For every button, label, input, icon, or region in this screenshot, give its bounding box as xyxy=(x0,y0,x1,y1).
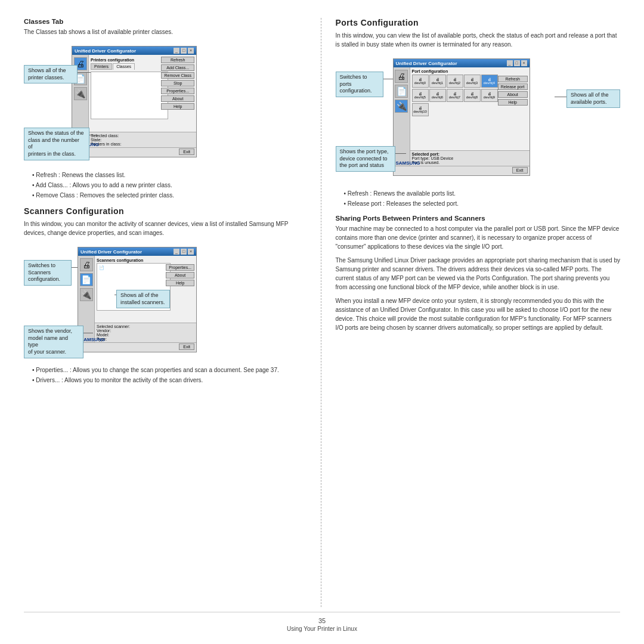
refresh-btn[interactable]: Refresh xyxy=(161,57,194,63)
ports-callout-right: Shows all of theavailable ports. xyxy=(566,89,620,108)
close-btn[interactable]: × xyxy=(188,48,194,54)
scanners-callout-bottom: Shows the vendor,model name and typeof y… xyxy=(24,326,83,358)
ports-window: Unified Driver Configurator _ □ × 🖨 xyxy=(393,54,530,182)
port-dev10[interactable]: 🖨dev/ttj10 xyxy=(412,103,429,116)
port-dev6[interactable]: 🖨dev/ttj6 xyxy=(429,89,446,102)
minimize-btn-p[interactable]: _ xyxy=(507,60,513,66)
ports-grid: 🖨dev/ttj0 🖨dev/ttj1 🖨dev/ttj2 🖨dev/ttj3 … xyxy=(412,75,503,116)
classes-tab[interactable]: Classes xyxy=(113,63,135,70)
sharing-ports-section: Sharing Ports Between Printers and Scann… xyxy=(336,215,621,332)
ports-bullets: Refresh : Renews the available ports lis… xyxy=(342,188,621,209)
bullet-add-class: Add Class... : Allows you to add a new p… xyxy=(30,180,309,190)
close-btn-s[interactable]: × xyxy=(188,249,194,255)
scanners-diagram: Switches toScannersconfiguration. Unifie… xyxy=(24,242,309,361)
classes-window-titlebar: Unified Driver Configurator _ □ × xyxy=(72,47,196,55)
minimize-btn-s[interactable]: _ xyxy=(174,249,179,255)
exit-btn-classes[interactable]: Exit xyxy=(179,148,194,155)
refresh-btn-p[interactable]: Refresh xyxy=(498,76,528,82)
ports-row-2: 🖨dev/ttj5 🖨dev/ttj6 🖨dev/ttj7 🖨dev/ttj8 … xyxy=(412,89,503,102)
ports-window-controls: _ □ × xyxy=(507,60,527,66)
printers-in-class-label: Printers in class: xyxy=(91,142,194,146)
ports-title: Ports Configuration xyxy=(336,18,621,27)
bullet-release-port: Release port : Releases the selected por… xyxy=(342,199,621,209)
scanners-window-title: Unified Driver Configurator xyxy=(80,249,142,255)
remove-class-btn[interactable]: Remove Class xyxy=(161,72,194,79)
ports-row-1: 🖨dev/ttj0 🖨dev/ttj1 🖨dev/ttj2 🖨dev/ttj3 … xyxy=(412,75,503,88)
ports-window-title: Unified Driver Configurator xyxy=(396,61,457,66)
ports-description: In this window, you can view the list of… xyxy=(336,31,621,49)
selected-port-label: Selected port: xyxy=(412,152,528,156)
selected-scanner-label: Selected scanner: xyxy=(97,324,194,329)
help-btn[interactable]: Help xyxy=(161,103,194,110)
type-label: Type: xyxy=(97,337,194,341)
scanners-callout-left: Switches toScannersconfiguration. xyxy=(24,260,72,286)
help-btn-s[interactable]: Help xyxy=(166,280,194,286)
port-dev0[interactable]: 🖨dev/ttj0 xyxy=(412,75,429,88)
port-config-label: Port configuration xyxy=(412,69,528,73)
callout-line-8 xyxy=(395,153,406,154)
model-label: Model: xyxy=(97,333,194,337)
classes-tab-section: Classes Tab The Classes tab shows a list… xyxy=(24,18,309,200)
port-type-label: Port type: USB Device xyxy=(412,156,528,160)
printer-icon-s[interactable]: 🖨 xyxy=(80,258,93,271)
maximize-btn-s[interactable]: □ xyxy=(181,249,187,255)
classes-tab-diagram: Unified Driver Configurator _ □ × 🖨 xyxy=(24,41,309,166)
about-btn[interactable]: About xyxy=(161,95,194,102)
samsung-logo-ports: SAMSUNG xyxy=(396,160,420,166)
port-dev4[interactable]: 🖨dev/ttj4 xyxy=(481,75,498,88)
scanners-config-label: Scanners configuration xyxy=(97,258,194,263)
port-icon-p[interactable]: 🔌 xyxy=(395,100,408,113)
about-btn-p[interactable]: About xyxy=(498,91,528,98)
sharing-para-1: Your machine may be connected to a host … xyxy=(336,224,621,251)
callout-line-2 xyxy=(89,135,98,135)
maximize-btn[interactable]: □ xyxy=(181,48,187,54)
port-dev8[interactable]: 🖨dev/ttj8 xyxy=(464,89,481,102)
port-dev7[interactable]: 🖨dev/ttj7 xyxy=(447,89,463,102)
bullet-drivers: Drivers... : Allows you to monitor the a… xyxy=(30,375,309,385)
printer-icon-p[interactable]: 🖨 xyxy=(395,70,408,83)
ports-section: Ports Configuration In this window, you … xyxy=(336,18,621,209)
scanner-icon-s[interactable]: 📄 xyxy=(80,273,93,286)
exit-btn-scanners[interactable]: Exit xyxy=(179,343,194,350)
port-icon[interactable]: 🔌 xyxy=(74,87,87,100)
scanners-bullets: Properties... : Allows you to change the… xyxy=(30,365,309,385)
classes-content: Printers configuration Printers Classes xyxy=(89,55,196,147)
release-port-btn[interactable]: Release port xyxy=(498,83,528,90)
stop-btn[interactable]: Stop xyxy=(161,80,194,86)
ports-status: Selected port: Port type: USB Device Por… xyxy=(410,150,530,166)
port-icon-s[interactable]: 🔌 xyxy=(80,288,93,301)
classes-status: Selected class: State: Printers in class… xyxy=(89,132,196,147)
scanners-buttons: Properties... About Help xyxy=(166,264,194,286)
port-dev2[interactable]: 🖨dev/ttj2 xyxy=(447,75,463,88)
exit-btn-ports[interactable]: Exit xyxy=(512,167,528,174)
close-btn-p[interactable]: × xyxy=(521,60,527,66)
properties-btn-s[interactable]: Properties... xyxy=(166,264,194,271)
scanner-item-placeholder: 📄 xyxy=(97,264,170,272)
help-btn-p[interactable]: Help xyxy=(498,99,528,106)
right-column: Ports Configuration In this window, you … xyxy=(321,18,621,607)
port-dev5[interactable]: 🖨dev/ttj5 xyxy=(412,89,429,102)
port-dev1[interactable]: 🖨dev/ttj1 xyxy=(429,75,446,88)
about-btn-s[interactable]: About xyxy=(166,272,194,278)
classes-bullets: Refresh : Renews the classes list. Add C… xyxy=(30,170,309,200)
sharing-para-2: The Samsung Unified Linux Driver package… xyxy=(336,256,621,292)
port-dev9[interactable]: 🖨dev/ttj9 xyxy=(481,89,498,102)
sharing-ports-title: Sharing Ports Between Printers and Scann… xyxy=(336,215,621,222)
scanners-window-titlebar: Unified Driver Configurator _ □ × xyxy=(78,247,196,256)
left-column: Classes Tab The Classes tab shows a list… xyxy=(24,18,321,607)
ports-buttons: Refresh Release port About Help xyxy=(498,76,528,106)
scanners-window-controls: _ □ × xyxy=(174,249,194,255)
scanners-callout-center: Shows all of theinstalled scanners. xyxy=(116,290,170,308)
scanner-icon-p[interactable]: 📄 xyxy=(395,85,408,98)
ports-sidebar: 🖨 📄 🔌 xyxy=(394,67,410,166)
classes-window-title: Unified Driver Configurator xyxy=(75,48,136,54)
selected-class-label: Selected class: xyxy=(91,134,194,138)
footer-text: Using Your Printer in Linux xyxy=(24,626,620,632)
printers-tab[interactable]: Printers xyxy=(91,63,112,70)
callout-line-5 xyxy=(83,333,93,333)
properties-btn[interactable]: Properties... xyxy=(161,88,194,94)
port-dev3[interactable]: 🖨dev/ttj3 xyxy=(464,75,481,88)
maximize-btn-p[interactable]: □ xyxy=(514,60,520,66)
add-class-btn[interactable]: Add Class... xyxy=(161,64,194,71)
minimize-btn[interactable]: _ xyxy=(174,48,179,54)
